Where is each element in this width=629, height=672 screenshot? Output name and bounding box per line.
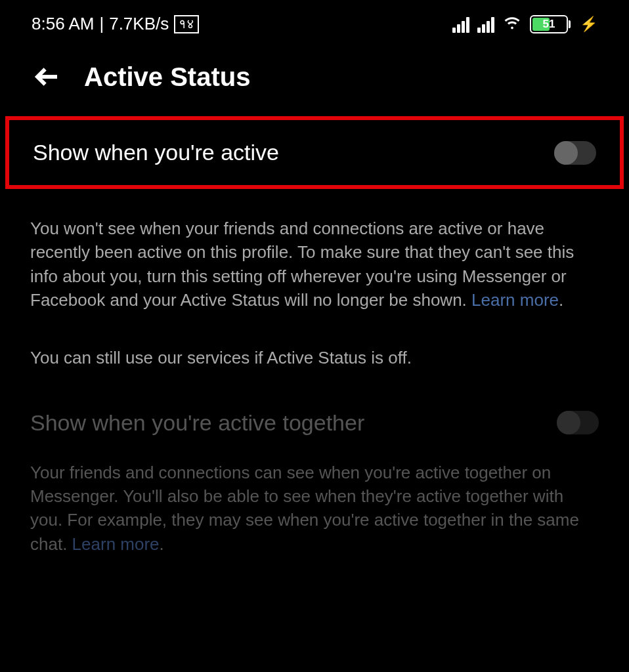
notification-badge: १४: [174, 15, 199, 33]
active-together-label: Show when you're active together: [30, 410, 364, 436]
status-right: 51 ⚡: [452, 12, 597, 36]
active-status-toggle[interactable]: [554, 141, 596, 165]
toggle-knob: [557, 411, 580, 434]
signal-bars-1-icon: [452, 16, 469, 33]
page-title: Active Status: [84, 62, 250, 92]
status-bar: 8:56 AM | 7.7KB/s १४ 51 ⚡: [0, 0, 629, 43]
learn-more-link-2[interactable]: Learn more: [72, 534, 160, 554]
wifi-icon: [502, 12, 522, 36]
active-status-setting-highlighted: Show when you're active: [5, 116, 624, 189]
status-left: 8:56 AM | 7.7KB/s १४: [32, 14, 199, 34]
header: Active Status: [0, 43, 629, 116]
arrow-left-icon: [34, 64, 60, 90]
active-status-label: Show when you're active: [33, 140, 279, 165]
toggle-knob: [554, 141, 578, 165]
status-time: 8:56 AM: [32, 14, 94, 34]
back-button[interactable]: [32, 61, 63, 93]
status-speed: 7.7KB/s: [109, 14, 169, 34]
signal-bars-2-icon: [477, 16, 494, 33]
active-status-row[interactable]: Show when you're active: [33, 140, 596, 165]
learn-more-link-1[interactable]: Learn more: [471, 290, 559, 310]
battery-indicator: 51: [530, 15, 571, 33]
status-separator: |: [99, 14, 104, 34]
active-status-description: You won't see when your friends and conn…: [0, 201, 629, 312]
battery-percent: 51: [531, 18, 567, 31]
charging-bolt-icon: ⚡: [580, 16, 597, 33]
active-together-description: Your friends and connections can see whe…: [0, 436, 629, 556]
service-note: You can still use our services if Active…: [0, 312, 629, 368]
active-together-row: Show when you're active together: [0, 368, 629, 436]
active-together-toggle: [557, 411, 599, 434]
